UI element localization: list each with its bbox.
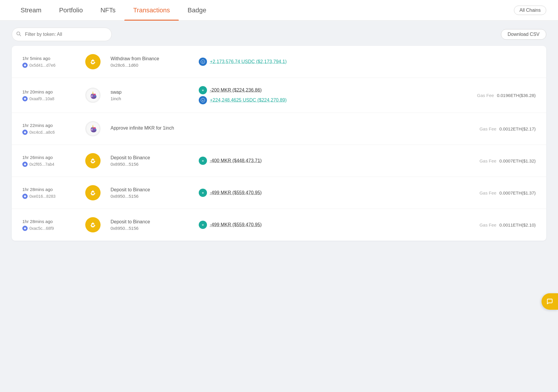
table-row[interactable]: 1hr 28mins ago ◆ 0xe016...8283 Deposit t… [12, 177, 546, 209]
svg-text:M: M [202, 89, 204, 91]
mkr-icon: M [199, 189, 207, 197]
usdc-icon: $ [199, 96, 207, 104]
tab-nfts[interactable]: NFTs [92, 0, 124, 21]
tab-badge[interactable]: Badge [179, 0, 215, 21]
tx-hash[interactable]: ◆ 0xe016...8283 [22, 194, 81, 199]
tab-stream[interactable]: Stream [12, 0, 50, 21]
svg-point-30 [91, 130, 92, 130]
search-input[interactable] [12, 28, 112, 41]
amount-line: M -499 MKR ($559,470.95) [199, 189, 453, 197]
search-icon [16, 31, 21, 38]
table-row[interactable]: 1hr 22mins ago ◆ 0xc4cd...a8c6 [12, 113, 546, 145]
download-csv-button[interactable]: Download CSV [501, 29, 547, 40]
eth-icon: ◆ [22, 130, 28, 135]
amount-text: +2,173,576.74 USDC ($2,173,794.1) [210, 59, 287, 64]
svg-text:M: M [202, 224, 204, 226]
tx-address: 0x28c6...1d60 [111, 63, 193, 68]
tx-time-col: 1hr 28mins ago ◆ 0xac5c...68f9 [22, 219, 81, 231]
tx-action: Deposit to Binance [111, 155, 193, 160]
tx-icon-col [81, 54, 105, 69]
amount-line: $ +224,248.4625 USDC ($224,270.89) [199, 96, 453, 104]
float-action-button[interactable] [542, 293, 558, 310]
amount-text: +224,248.4625 USDC ($224,270.89) [210, 98, 287, 103]
amount-line: M -499 MKR ($559,470.95) [199, 221, 453, 229]
table-row[interactable]: 1hr 28mins ago ◆ 0xac5c...68f9 Deposit t… [12, 209, 546, 241]
gas-value: 0.0011ETH($2.10) [499, 222, 536, 227]
tx-desc-col: Withdraw from Binance 0x28c6...1d60 [105, 56, 193, 68]
tx-hash[interactable]: ◆ 0xac5c...68f9 [22, 226, 81, 231]
amount-line: $ +2,173,576.74 USDC ($2,173,794.1) [199, 58, 453, 66]
tx-time: 1hr 20mins ago [22, 89, 81, 94]
amount-text: -200 MKR ($224,236.86) [210, 88, 262, 93]
tx-address: 1inch [111, 96, 193, 101]
binance-icon [85, 217, 101, 232]
gas-value: 0.0012ETH($2.17) [499, 126, 536, 131]
tx-hash[interactable]: ◆ 0xc4cd...a8c6 [22, 130, 81, 135]
nav-right: All Chains [514, 6, 546, 15]
amount-line: M -200 MKR ($224,236.86) [199, 86, 453, 94]
tx-amount-col: M -400 MKR ($448,473.71) [193, 157, 453, 165]
gas-label: Gas Fee [480, 190, 497, 195]
table-row[interactable]: 1hr 5mins ago ◆ 0x5d41...d7e6 Withdraw f… [12, 46, 546, 78]
tx-time: 1hr 26mins ago [22, 155, 81, 160]
hash-text: 0xac5c...68f9 [29, 226, 54, 231]
tx-desc-col: Deposit to Binance 0x8950...5156 [105, 219, 193, 231]
tx-gas-col: Gas Fee 0.0011ETH($2.10) [453, 222, 536, 227]
svg-line-1 [19, 35, 21, 36]
svg-point-28 [90, 129, 93, 131]
tx-icon-col [81, 153, 105, 168]
search-wrapper [12, 28, 112, 41]
tx-desc-col: Deposit to Binance 0x8950...5156 [105, 187, 193, 199]
svg-point-14 [91, 96, 91, 97]
hash-text: 0x2f65...7ab4 [29, 162, 54, 167]
hash-text: 0x5d41...d7e6 [29, 63, 56, 68]
gas-label: Gas Fee [480, 126, 497, 131]
svg-text:M: M [202, 160, 204, 162]
amount-text: -499 MKR ($559,470.95) [210, 190, 262, 195]
toolbar: Download CSV [0, 21, 558, 46]
usdc-icon: $ [199, 58, 207, 66]
tab-portfolio[interactable]: Portfolio [50, 0, 92, 21]
gas-label: Gas Fee [480, 222, 497, 227]
tx-action: Deposit to Binance [111, 219, 193, 225]
tx-action: swap [111, 90, 193, 95]
tx-amount-col: M -200 MKR ($224,236.86) $ +224,248.4625… [193, 86, 453, 104]
hash-text: 0xaaf9...10a8 [29, 96, 54, 101]
tx-hash[interactable]: ◆ 0xaaf9...10a8 [22, 96, 81, 101]
transactions-table: 1hr 5mins ago ◆ 0x5d41...d7e6 Withdraw f… [12, 46, 546, 241]
tx-action: Deposit to Binance [111, 187, 193, 192]
tx-action: Approve infinite MKR for 1inch [111, 125, 193, 131]
gas-label: Gas Fee [480, 158, 497, 163]
hash-text: 0xe016...8283 [29, 194, 56, 199]
all-chains-button[interactable]: All Chains [514, 6, 546, 15]
table-row[interactable]: 1hr 26mins ago ◆ 0x2f65...7ab4 Deposit t… [12, 145, 546, 177]
binance-icon [85, 185, 101, 200]
hash-text: 0xc4cd...a8c6 [29, 130, 55, 135]
binance-icon [85, 54, 101, 69]
tx-hash[interactable]: ◆ 0x2f65...7ab4 [22, 162, 81, 167]
tx-desc-col: Approve infinite MKR for 1inch [105, 125, 193, 132]
svg-point-15 [91, 96, 92, 97]
amount-text: -400 MKR ($448,473.71) [210, 158, 262, 163]
nav-bar: Stream Portfolio NFTs Transactions Badge… [0, 0, 558, 21]
tx-hash[interactable]: ◆ 0x5d41...d7e6 [22, 63, 81, 68]
oneinch-icon [85, 88, 101, 103]
tx-time: 1hr 5mins ago [22, 56, 81, 61]
table-row[interactable]: 1hr 20mins ago ◆ 0xaaf9...10a8 [12, 78, 546, 113]
tx-gas-col: Gas Fee 0.0007ETH($1.37) [453, 190, 536, 195]
mkr-icon: M [199, 157, 207, 165]
gas-value: 0.0007ETH($1.32) [499, 158, 536, 163]
tx-amount-col: M -499 MKR ($559,470.95) [193, 189, 453, 197]
gas-value: 0.0007ETH($1.37) [499, 190, 536, 195]
tx-icon-col [81, 217, 105, 232]
tx-gas-col: Gas Fee 0.0012ETH($2.17) [453, 126, 536, 131]
tx-gas-col: Gas Fee 0.0007ETH($1.32) [453, 158, 536, 163]
mkr-icon: M [199, 221, 207, 229]
tx-time: 1hr 28mins ago [22, 219, 81, 224]
tx-address: 0x8950...5156 [111, 162, 193, 167]
tab-transactions[interactable]: Transactions [124, 0, 179, 21]
tx-time-col: 1hr 20mins ago ◆ 0xaaf9...10a8 [22, 89, 81, 101]
tx-time: 1hr 28mins ago [22, 187, 81, 192]
tx-icon-col [81, 88, 105, 103]
binance-icon [85, 153, 101, 168]
